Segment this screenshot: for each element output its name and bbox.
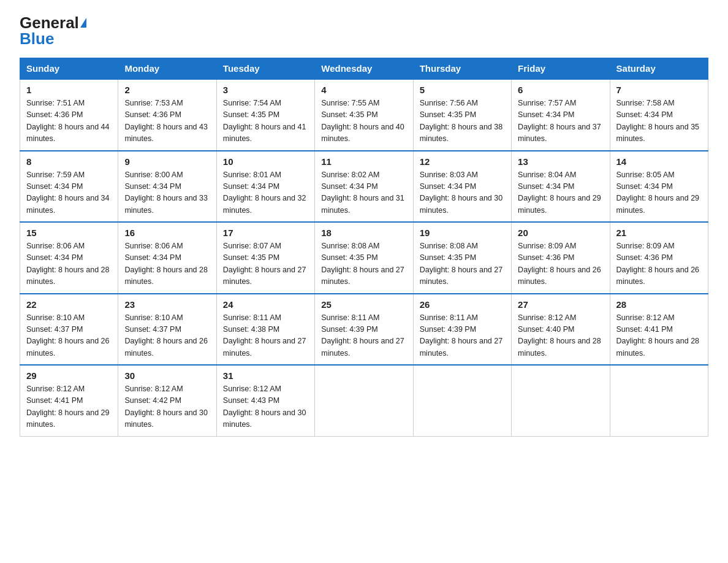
day-number: 20 [518, 228, 603, 238]
calendar-header: SundayMondayTuesdayWednesdayThursdayFrid… [20, 58, 708, 80]
calendar-day-cell: 13 Sunrise: 8:04 AMSunset: 4:34 PMDaylig… [512, 151, 610, 223]
calendar-day-cell: 15 Sunrise: 8:06 AMSunset: 4:34 PMDaylig… [20, 222, 118, 294]
logo: General Blue [20, 15, 86, 47]
calendar-day-cell: 19 Sunrise: 8:08 AMSunset: 4:35 PMDaylig… [413, 222, 511, 294]
day-info: Sunrise: 8:12 AMSunset: 4:40 PMDaylight:… [518, 313, 601, 358]
day-number: 25 [321, 299, 406, 310]
day-number: 28 [616, 299, 702, 310]
day-number: 2 [124, 85, 210, 95]
day-info: Sunrise: 8:09 AMSunset: 4:36 PMDaylight:… [518, 242, 601, 286]
weekday-header-wednesday: Wednesday [315, 58, 413, 80]
day-info: Sunrise: 8:04 AMSunset: 4:34 PMDaylight:… [518, 170, 601, 215]
day-info: Sunrise: 8:10 AMSunset: 4:37 PMDaylight:… [26, 313, 110, 358]
calendar-week-row: 15 Sunrise: 8:06 AMSunset: 4:34 PMDaylig… [20, 222, 708, 294]
day-info: Sunrise: 8:03 AMSunset: 4:34 PMDaylight:… [420, 170, 503, 215]
day-info: Sunrise: 8:11 AMSunset: 4:38 PMDaylight:… [223, 313, 306, 358]
day-number: 9 [124, 156, 210, 167]
weekday-header-thursday: Thursday [413, 58, 511, 80]
day-info: Sunrise: 7:53 AMSunset: 4:36 PMDaylight:… [124, 99, 208, 143]
calendar-day-cell: 7 Sunrise: 7:58 AMSunset: 4:34 PMDayligh… [610, 79, 708, 151]
calendar-day-cell: 2 Sunrise: 7:53 AMSunset: 4:36 PMDayligh… [118, 79, 216, 151]
page-header: General Blue [20, 15, 708, 47]
day-number: 17 [223, 228, 308, 238]
day-number: 29 [26, 370, 112, 381]
calendar-day-cell: 30 Sunrise: 8:12 AMSunset: 4:42 PMDaylig… [118, 365, 216, 436]
day-info: Sunrise: 8:06 AMSunset: 4:34 PMDaylight:… [124, 242, 208, 286]
day-info: Sunrise: 8:08 AMSunset: 4:35 PMDaylight:… [321, 242, 404, 286]
day-info: Sunrise: 7:54 AMSunset: 4:35 PMDaylight:… [223, 99, 306, 143]
day-info: Sunrise: 8:12 AMSunset: 4:42 PMDaylight:… [124, 385, 208, 429]
day-number: 23 [124, 299, 210, 310]
weekday-header-friday: Friday [512, 58, 610, 80]
calendar-day-cell: 21 Sunrise: 8:09 AMSunset: 4:36 PMDaylig… [610, 222, 708, 294]
calendar-day-cell: 8 Sunrise: 7:59 AMSunset: 4:34 PMDayligh… [20, 151, 118, 223]
calendar-day-cell: 25 Sunrise: 8:11 AMSunset: 4:39 PMDaylig… [315, 294, 413, 366]
day-number: 5 [420, 85, 505, 95]
calendar-week-row: 29 Sunrise: 8:12 AMSunset: 4:41 PMDaylig… [20, 365, 708, 436]
day-number: 15 [26, 228, 112, 238]
day-number: 26 [420, 299, 505, 310]
calendar-day-cell: 29 Sunrise: 8:12 AMSunset: 4:41 PMDaylig… [20, 365, 118, 436]
day-number: 4 [321, 85, 406, 95]
day-info: Sunrise: 8:12 AMSunset: 4:43 PMDaylight:… [223, 385, 306, 429]
weekday-header-saturday: Saturday [610, 58, 708, 80]
calendar-week-row: 22 Sunrise: 8:10 AMSunset: 4:37 PMDaylig… [20, 294, 708, 366]
day-info: Sunrise: 8:00 AMSunset: 4:34 PMDaylight:… [124, 170, 208, 215]
day-number: 22 [26, 299, 112, 310]
calendar-day-cell: 1 Sunrise: 7:51 AMSunset: 4:36 PMDayligh… [20, 79, 118, 151]
calendar-day-cell: 28 Sunrise: 8:12 AMSunset: 4:41 PMDaylig… [610, 294, 708, 366]
weekday-header-row: SundayMondayTuesdayWednesdayThursdayFrid… [20, 58, 708, 80]
day-info: Sunrise: 7:59 AMSunset: 4:34 PMDaylight:… [26, 170, 110, 215]
calendar-table: SundayMondayTuesdayWednesdayThursdayFrid… [20, 58, 708, 437]
day-info: Sunrise: 7:57 AMSunset: 4:34 PMDaylight:… [518, 99, 601, 143]
calendar-day-cell: 12 Sunrise: 8:03 AMSunset: 4:34 PMDaylig… [413, 151, 511, 223]
day-number: 14 [616, 156, 702, 167]
calendar-day-cell: 20 Sunrise: 8:09 AMSunset: 4:36 PMDaylig… [512, 222, 610, 294]
calendar-day-cell: 9 Sunrise: 8:00 AMSunset: 4:34 PMDayligh… [118, 151, 216, 223]
day-number: 12 [420, 156, 505, 167]
day-number: 11 [321, 156, 406, 167]
day-number: 16 [124, 228, 210, 238]
day-info: Sunrise: 8:11 AMSunset: 4:39 PMDaylight:… [321, 313, 404, 358]
day-number: 30 [124, 370, 210, 381]
calendar-week-row: 8 Sunrise: 7:59 AMSunset: 4:34 PMDayligh… [20, 151, 708, 223]
calendar-day-cell: 14 Sunrise: 8:05 AMSunset: 4:34 PMDaylig… [610, 151, 708, 223]
calendar-day-cell [413, 365, 511, 436]
day-number: 27 [518, 299, 603, 310]
day-info: Sunrise: 8:06 AMSunset: 4:34 PMDaylight:… [26, 242, 110, 286]
day-info: Sunrise: 7:55 AMSunset: 4:35 PMDaylight:… [321, 99, 404, 143]
day-info: Sunrise: 8:12 AMSunset: 4:41 PMDaylight:… [26, 385, 110, 429]
calendar-day-cell: 4 Sunrise: 7:55 AMSunset: 4:35 PMDayligh… [315, 79, 413, 151]
day-info: Sunrise: 8:12 AMSunset: 4:41 PMDaylight:… [616, 313, 700, 358]
calendar-day-cell: 10 Sunrise: 8:01 AMSunset: 4:34 PMDaylig… [216, 151, 314, 223]
day-info: Sunrise: 8:08 AMSunset: 4:35 PMDaylight:… [420, 242, 503, 286]
day-info: Sunrise: 8:09 AMSunset: 4:36 PMDaylight:… [616, 242, 700, 286]
day-info: Sunrise: 8:07 AMSunset: 4:35 PMDaylight:… [223, 242, 306, 286]
day-info: Sunrise: 7:56 AMSunset: 4:35 PMDaylight:… [420, 99, 503, 143]
calendar-day-cell: 18 Sunrise: 8:08 AMSunset: 4:35 PMDaylig… [315, 222, 413, 294]
day-info: Sunrise: 8:02 AMSunset: 4:34 PMDaylight:… [321, 170, 404, 215]
day-number: 21 [616, 228, 702, 238]
calendar-day-cell: 5 Sunrise: 7:56 AMSunset: 4:35 PMDayligh… [413, 79, 511, 151]
weekday-header-monday: Monday [118, 58, 216, 80]
day-number: 18 [321, 228, 406, 238]
logo-general-text: General [20, 15, 86, 31]
calendar-day-cell: 26 Sunrise: 8:11 AMSunset: 4:39 PMDaylig… [413, 294, 511, 366]
calendar-day-cell: 27 Sunrise: 8:12 AMSunset: 4:40 PMDaylig… [512, 294, 610, 366]
day-number: 7 [616, 85, 702, 95]
calendar-day-cell: 24 Sunrise: 8:11 AMSunset: 4:38 PMDaylig… [216, 294, 314, 366]
calendar-week-row: 1 Sunrise: 7:51 AMSunset: 4:36 PMDayligh… [20, 79, 708, 151]
calendar-day-cell: 3 Sunrise: 7:54 AMSunset: 4:35 PMDayligh… [216, 79, 314, 151]
day-number: 31 [223, 370, 308, 381]
calendar-day-cell: 11 Sunrise: 8:02 AMSunset: 4:34 PMDaylig… [315, 151, 413, 223]
weekday-header-tuesday: Tuesday [216, 58, 314, 80]
calendar-day-cell [610, 365, 708, 436]
calendar-day-cell: 22 Sunrise: 8:10 AMSunset: 4:37 PMDaylig… [20, 294, 118, 366]
day-number: 3 [223, 85, 308, 95]
day-number: 13 [518, 156, 603, 167]
weekday-header-sunday: Sunday [20, 58, 118, 80]
day-number: 10 [223, 156, 308, 167]
day-number: 6 [518, 85, 603, 95]
calendar-day-cell: 31 Sunrise: 8:12 AMSunset: 4:43 PMDaylig… [216, 365, 314, 436]
day-number: 8 [26, 156, 112, 167]
